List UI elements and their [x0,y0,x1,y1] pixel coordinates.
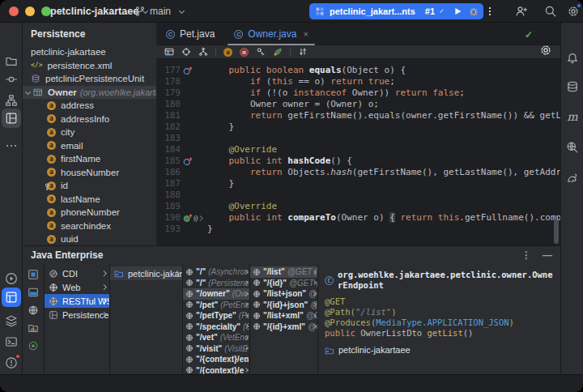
path-globe-icon [185,344,194,352]
path-item[interactable]: "/owner"(Ow [183,288,249,300]
endpoint-item[interactable]: "/list+json"@GE [250,288,317,300]
tree-item-firstName[interactable]: afirstName [23,152,156,166]
tree-item-lastName[interactable]: alastName [23,193,156,207]
override-icon[interactable] [183,66,193,75]
attribute-icon: a [47,208,56,217]
persistence-toolwindow-icon[interactable] [2,109,21,128]
editor-scrollbar[interactable] [554,219,559,244]
category-CDI[interactable]: CDI [45,266,109,280]
overriding-icon[interactable] [183,214,193,223]
problems-icon[interactable] [2,353,21,373]
chevron-down-icon [179,7,185,13]
minimize-window-icon[interactable] [25,6,35,16]
sort-icon[interactable] [298,47,308,57]
endpoint-item[interactable]: "/list+xml"@GE [250,310,317,322]
path-item[interactable]: "/specialty"(S [183,322,249,333]
run-button[interactable] [452,6,463,17]
live-targets-icon[interactable] [28,340,39,352]
minimize-icon[interactable]: — [543,249,552,261]
close-window-icon[interactable] [9,6,19,16]
notifications-icon[interactable] [563,49,582,68]
run-toolwindow-icon[interactable] [2,269,21,288]
update-badge [577,3,581,8]
endpoint-item[interactable]: "/list"@GET (ge [250,266,317,278]
tree-item-searchindex[interactable]: asearchindex [23,219,156,233]
path-item[interactable]: "/{context}/en [183,354,249,365]
maven-icon[interactable]: m [563,107,582,126]
path-item[interactable]: "/petType"(Pe [183,310,249,322]
path-item[interactable]: "/"(Persistenc [183,278,249,289]
category-RESTful WS[interactable]: RESTful WS [45,294,109,308]
tree-item-Owner[interactable]: Owner(org.woehlke.jakartaee.pe [23,86,156,100]
tree-item-persistence.xml[interactable]: </>persistence.xml [23,59,156,73]
services-icon[interactable] [2,311,21,330]
settings-icon[interactable] [567,5,580,18]
path-item[interactable]: "/pet"(PetEnc [183,300,249,311]
tab-Pet.java[interactable]: CPet.java [156,23,224,45]
more-run-options-icon[interactable] [484,6,496,17]
tree-item-petclinic-jakartaee[interactable]: petclinic-jakartaee [23,45,156,59]
tree-item-houseNumber[interactable]: ahouseNumber [23,166,156,180]
tree-item-petclinicPersistenceUnit[interactable]: petclinicPersistenceUnit [23,72,156,86]
gradle-icon[interactable] [563,168,582,188]
code-line-189: 189 @Override [156,201,560,212]
tree-item-id[interactable]: aid [23,179,156,193]
viewport-icon[interactable] [181,47,191,57]
divider [290,48,291,57]
tab-Owner.java[interactable]: COwner.java× [224,23,317,45]
tree-item-address[interactable]: aaddress [23,99,156,113]
override-icon[interactable] [183,157,193,166]
endpoint-item[interactable]: "/{id}+xml"@GE [250,322,317,333]
path-globe-icon [253,290,261,298]
structure-icon[interactable] [2,91,21,110]
more-toolwindows-icon[interactable] [2,136,21,156]
tree-item-phoneNumber[interactable]: aphoneNumber [23,206,156,219]
inspections-ok-icon[interactable]: ✓ [525,29,533,40]
debug-button[interactable] [468,6,479,17]
code-area[interactable]: }177 public boolean equals(Object o) {17… [156,59,560,245]
run-widget[interactable]: petclinic_jakart...nts #1 [309,3,483,19]
endpoint-item[interactable]: "/{id}"@GET (ge [250,278,317,289]
endpoints-view-icon[interactable] [28,305,39,316]
hierarchy-icon[interactable] [198,47,208,57]
path-item[interactable]: "/vet"(VetEnc [183,332,249,343]
code-line: } [156,59,560,65]
search-icon[interactable] [544,5,557,18]
jakarta-ee-toolwindow-icon[interactable] [2,288,21,307]
settings-icon[interactable] [539,44,552,57]
ddl-table-icon[interactable] [164,47,174,57]
path-item[interactable]: "/visit"(VisitE [183,343,249,355]
expand-arrow-icon [244,368,249,373]
frameworks-icon[interactable] [28,269,39,280]
chevron-down-icon [440,9,443,12]
close-icon[interactable]: × [303,29,308,39]
attribute-icon: a [47,235,56,244]
key-icon[interactable] [256,47,266,57]
terminal-icon[interactable] [2,332,21,352]
vcs-widget[interactable]: main [134,0,184,23]
category-Persistence[interactable]: Persistence [45,308,109,322]
methods-icon[interactable]: m [240,48,249,57]
endpoint-item[interactable]: "/{id}+json"@G [250,300,317,311]
module-petclinic-jakar[interactable]: petclinic-jakar [110,266,182,280]
database-icon[interactable] [563,77,582,96]
beans-view-icon[interactable] [28,287,39,298]
project-folder-icon[interactable] [2,51,21,70]
tree-item-addressInfo[interactable]: aaddressInfo [23,113,156,126]
divider [215,48,216,57]
tree-item-uuid[interactable]: auuid [23,232,156,245]
relation-icon[interactable] [273,47,283,57]
statistics-icon[interactable] [28,322,39,334]
code-line-185: 185 public int hashCode() { [156,156,560,167]
add-user-icon[interactable] [515,5,528,18]
path-item[interactable]: "/"(Asynchror [183,266,249,278]
kebab-icon[interactable]: ⋮ [521,249,531,261]
category-Web[interactable]: Web [45,280,109,294]
tree-item-email[interactable]: aemail [23,139,156,153]
project-widget[interactable]: petclinic-jakartaee [50,0,147,23]
endpoints-icon[interactable] [563,138,582,157]
tree-item-city[interactable]: acity [23,126,156,139]
window-controls[interactable] [9,6,51,16]
attributes-icon[interactable]: a [223,48,232,57]
commit-icon[interactable] [2,70,21,89]
